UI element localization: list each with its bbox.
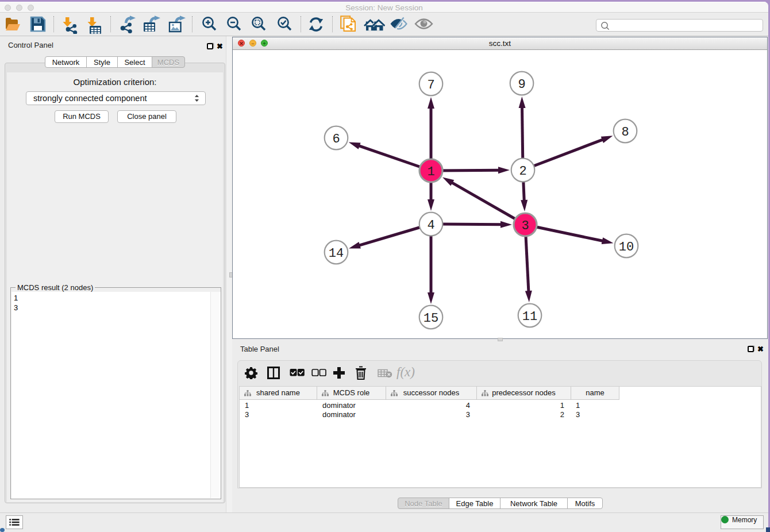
svg-text:9: 9 — [518, 78, 525, 92]
svg-text:1: 1 — [427, 165, 434, 179]
svg-text:3: 3 — [521, 219, 529, 233]
svg-text:15: 15 — [424, 311, 438, 326]
svg-text:14: 14 — [329, 246, 344, 261]
svg-text:4: 4 — [427, 218, 434, 233]
svg-text:8: 8 — [621, 125, 629, 140]
svg-text:11: 11 — [522, 310, 537, 324]
svg-text:7: 7 — [427, 78, 434, 92]
svg-text:6: 6 — [332, 132, 340, 147]
svg-text:10: 10 — [619, 240, 634, 255]
svg-text:2: 2 — [519, 164, 526, 179]
